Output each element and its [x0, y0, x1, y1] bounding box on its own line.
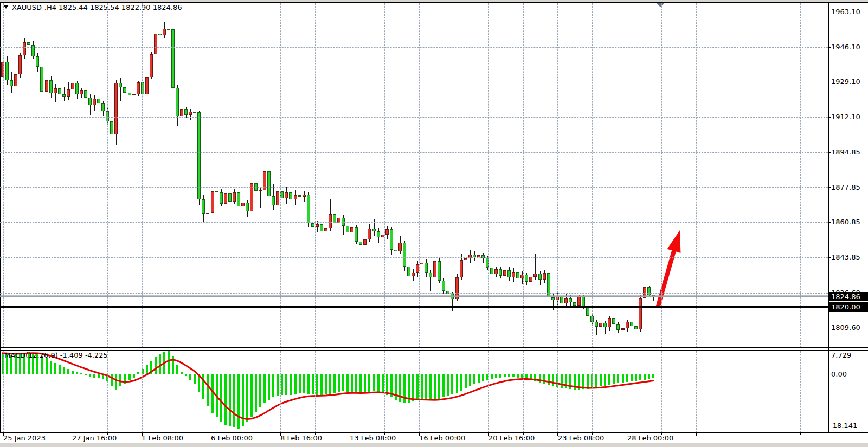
price-label: 1894.85 — [831, 148, 860, 156]
grid-vline — [142, 351, 143, 432]
grid-vline — [627, 351, 627, 432]
grid-vline — [592, 3, 593, 347]
grid-vline — [488, 351, 489, 432]
grid-vline — [246, 3, 246, 347]
macd-zero-label: 0.00 — [831, 370, 847, 378]
grid-vline — [107, 351, 108, 432]
time-label: 25 Jan 2023 — [3, 434, 46, 442]
grid-vline — [73, 351, 73, 432]
bid-price-line — [0, 296, 828, 297]
time-label: 8 Feb 16:00 — [280, 434, 322, 442]
macd-lower-label: -18.141 — [830, 422, 857, 430]
price-axis-tick — [828, 82, 831, 82]
horizontal-line-1820[interactable] — [0, 306, 828, 308]
time-label: 23 Feb 08:00 — [558, 434, 604, 442]
price-label: 1843.85 — [831, 253, 860, 261]
grid-vline — [280, 351, 281, 432]
macd-indicator-label: MACD(12,26,9) -1.409 -4.225 — [4, 351, 108, 359]
grid-vline — [592, 351, 593, 432]
time-axis-tick — [800, 433, 801, 435]
time-label: 27 Jan 16:00 — [72, 434, 117, 442]
grid-vline — [177, 3, 177, 347]
macd-upper-label: 7.729 — [831, 351, 851, 359]
grid-vline — [107, 3, 108, 347]
grid-vline — [800, 351, 801, 432]
grid-vline — [38, 351, 38, 432]
price-axis-tick — [828, 328, 831, 328]
time-label: 20 Feb 16:00 — [488, 434, 535, 442]
price-label: 1912.10 — [831, 113, 860, 121]
grid-vline — [419, 351, 420, 432]
price-label: 1929.10 — [831, 77, 860, 86]
grid-vline — [800, 3, 801, 347]
grid-vline — [731, 351, 731, 432]
grid-vline — [315, 351, 316, 432]
trading-chart-window: XAUUSD-,H4 1825.44 1825.54 1822.90 1824.… — [0, 0, 868, 447]
grid-vline — [523, 351, 524, 432]
time-label: 16 Feb 00:00 — [419, 434, 465, 442]
price-axis-tick — [828, 257, 831, 258]
grid-vline — [419, 3, 420, 347]
macd-axis-tick — [828, 374, 831, 374]
time-label: 13 Feb 08:00 — [350, 434, 396, 442]
grid-vline — [350, 3, 350, 347]
grid-vline — [488, 3, 489, 347]
price-axis-tick — [828, 117, 831, 118]
price-label: 1809.60 — [831, 323, 860, 332]
grid-vline — [246, 351, 246, 432]
price-axis-tick — [828, 187, 831, 188]
grid-vline — [766, 351, 766, 432]
grid-vline — [38, 3, 38, 347]
grid-hline — [0, 152, 828, 153]
grid-vline — [384, 3, 385, 347]
grid-vline — [384, 351, 385, 432]
price-label: 1946.10 — [831, 43, 860, 51]
grid-hline — [0, 328, 828, 328]
grid-vline — [523, 3, 524, 347]
grid-hline — [0, 12, 828, 12]
grid-vline — [315, 3, 316, 347]
ask-price-line — [0, 295, 828, 296]
grid-vline — [454, 3, 454, 347]
grid-hline — [0, 82, 828, 82]
grid-vline — [177, 351, 177, 432]
grid-vline — [3, 351, 4, 432]
time-axis-tick — [731, 433, 731, 435]
time-axis-tick — [766, 433, 766, 436]
grid-hline — [0, 222, 828, 223]
price-label: 1877.85 — [831, 183, 860, 191]
price-axis-tick — [828, 12, 831, 12]
price-badge: 1820.00 — [828, 302, 868, 312]
price-axis-tick — [828, 47, 831, 48]
grid-vline — [211, 3, 211, 347]
price-axis-tick — [828, 222, 831, 223]
time-label: 28 Feb 00:00 — [627, 434, 673, 442]
grid-hline — [0, 47, 828, 48]
grid-vline — [661, 351, 662, 432]
grid-vline — [661, 3, 662, 347]
grid-vline — [696, 351, 697, 432]
time-label: 1 Feb 08:00 — [142, 434, 183, 442]
grid-vline — [731, 3, 731, 347]
grid-vline — [766, 3, 766, 347]
grid-vline — [3, 3, 4, 347]
grid-vline — [557, 351, 558, 432]
chart-overlay — [0, 0, 868, 447]
grid-vline — [280, 3, 281, 347]
price-axis-tick — [828, 152, 831, 153]
price-badge: 1824.86 — [828, 292, 868, 301]
macd-zero-line — [0, 374, 828, 374]
grid-vline — [73, 3, 73, 347]
grid-hline — [0, 257, 828, 258]
grid-vline — [557, 3, 558, 347]
grid-vline — [211, 351, 211, 432]
macd-signal-line — [3, 353, 653, 419]
grid-hline — [0, 187, 828, 188]
grid-hline — [0, 117, 828, 118]
grid-vline — [696, 3, 697, 347]
grid-vline — [454, 351, 454, 432]
time-axis-tick — [696, 433, 697, 436]
time-label: 6 Feb 00:00 — [211, 434, 253, 442]
price-label: 1860.85 — [831, 218, 860, 226]
price-label: 1963.10 — [831, 8, 860, 16]
